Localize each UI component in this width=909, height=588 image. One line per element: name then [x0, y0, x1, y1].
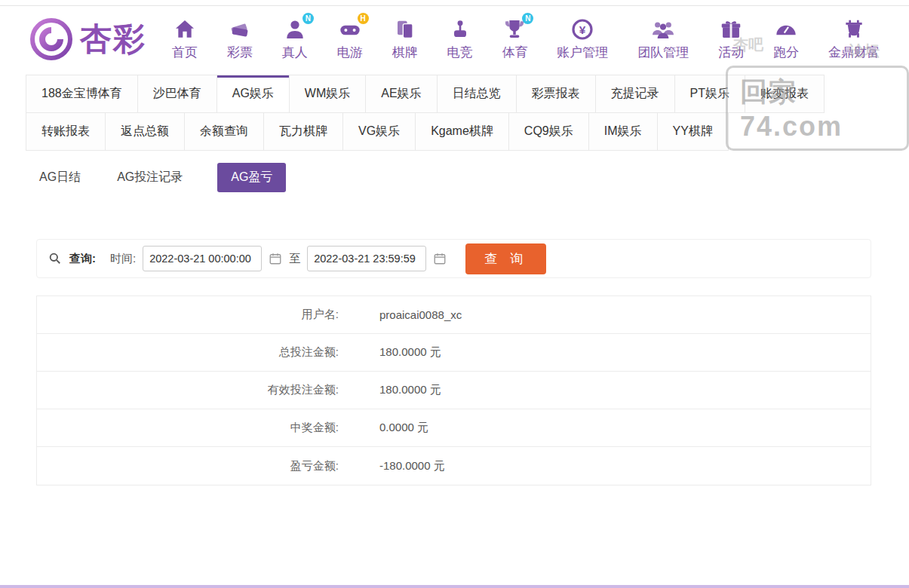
table-row: 用户名: proaicai0088_xc — [37, 296, 871, 334]
main-nav: 首页 彩票 N 真人 H 电游 棋牌 — [172, 17, 883, 61]
nav-label: 账户管理 — [557, 44, 608, 61]
tab-zhangbian[interactable]: 账变报表 — [745, 75, 825, 113]
tab-188jinbaobo[interactable]: 188金宝博体育 — [26, 75, 138, 113]
tab-wm[interactable]: WM娱乐 — [289, 75, 366, 113]
team-icon — [651, 17, 675, 41]
nav-item-home[interactable]: 首页 — [172, 17, 198, 61]
search-icon — [48, 251, 63, 266]
table-row: 总投注金额: 180.0000 元 — [37, 334, 871, 372]
table-row: 中奖金额: 0.0000 元 — [37, 409, 871, 447]
new-badge: N — [522, 13, 533, 24]
tab-ae[interactable]: AE娱乐 — [365, 75, 437, 113]
tripod-icon — [842, 17, 866, 41]
tab-yy[interactable]: YY棋牌 — [657, 112, 729, 151]
row-value: 180.0000 元 — [361, 383, 441, 397]
tab-shaba[interactable]: 沙巴体育 — [137, 75, 217, 113]
yuan-circle-icon: ¥ — [570, 17, 594, 41]
tab-caipiao[interactable]: 彩票报表 — [516, 75, 596, 113]
nav-label: 真人 — [282, 44, 308, 61]
row-label: 盈亏金额: — [37, 459, 361, 473]
query-bar: 查询: 时间: 至 查 询 — [36, 239, 871, 278]
tab-zhuanzhang[interactable]: 转账报表 — [26, 112, 106, 151]
row-value: proaicai0088_xc — [361, 308, 462, 321]
trophy-icon: N — [502, 17, 527, 41]
nav-label: 活动 — [718, 44, 744, 61]
svg-text:¥: ¥ — [579, 23, 586, 36]
row-label: 用户名: — [37, 308, 361, 322]
time-label: 时间: — [110, 252, 136, 266]
query-submit-button[interactable]: 查 询 — [465, 243, 546, 274]
calendar-icon[interactable] — [269, 252, 282, 265]
nav-item-activity[interactable]: 活动 — [718, 17, 744, 61]
calendar-icon[interactable] — [433, 252, 447, 265]
start-datetime-input[interactable] — [143, 246, 262, 271]
tab-pt[interactable]: PT娱乐 — [674, 75, 745, 113]
person-icon: N — [283, 17, 307, 41]
to-label: 至 — [289, 252, 300, 266]
brand-logo-icon — [29, 17, 74, 62]
tab-kgame[interactable]: Kgame棋牌 — [415, 112, 509, 151]
row-label: 中奖金额: — [37, 421, 361, 435]
nav-label: 彩票 — [227, 44, 253, 61]
new-badge: N — [302, 13, 314, 24]
row-label: 有效投注金额: — [37, 383, 361, 397]
tab-cq9[interactable]: CQ9娱乐 — [508, 112, 589, 151]
gift-icon — [719, 17, 743, 41]
footer-divider — [0, 585, 909, 588]
nav-item-account[interactable]: ¥ 账户管理 — [557, 17, 608, 61]
tab-vg[interactable]: VG娱乐 — [342, 112, 416, 151]
query-label: 查询: — [69, 252, 96, 266]
nav-label: 体育 — [502, 44, 527, 61]
nav-label: 电游 — [337, 44, 363, 61]
nav-item-live[interactable]: N 真人 — [282, 17, 308, 61]
tab-wali[interactable]: 瓦力棋牌 — [263, 112, 343, 151]
tab-fandian[interactable]: 返点总额 — [105, 112, 185, 151]
nav-label: 金鼎财富 — [828, 44, 880, 61]
subtab-ag-touzhu[interactable]: AG投注记录 — [115, 163, 184, 192]
subtab-ag-rijie[interactable]: AG日结 — [38, 163, 82, 192]
nav-item-team[interactable]: 团队管理 — [637, 17, 689, 61]
nav-item-esports[interactable]: 电竞 — [447, 17, 473, 61]
brand-logo[interactable]: 杏彩 — [29, 17, 146, 62]
nav-item-jinding[interactable]: 金鼎财富 — [828, 17, 880, 61]
row-value: 180.0000 元 — [361, 345, 441, 360]
home-icon — [173, 17, 197, 41]
row-label: 总投注金额: — [37, 345, 361, 360]
tab-rijie[interactable]: 日结总览 — [437, 75, 517, 113]
tab-ag[interactable]: AG娱乐 — [217, 75, 290, 113]
nav-label: 电竞 — [447, 44, 473, 61]
row-value: -180.0000 元 — [361, 459, 445, 473]
nav-label: 跑分 — [773, 44, 799, 61]
tab-im[interactable]: IM娱乐 — [588, 112, 658, 151]
nav-item-boardgames[interactable]: 棋牌 — [392, 17, 418, 61]
nav-item-lottery[interactable]: 彩票 — [227, 17, 253, 61]
hot-badge: H — [358, 13, 369, 24]
table-row: 盈亏金额: -180.0000 元 — [37, 447, 871, 485]
brand-title: 杏彩 — [80, 18, 146, 60]
gamepad-icon: H — [338, 17, 362, 41]
report-tabs: 188金宝博体育 沙巴体育 AG娱乐 WM娱乐 AE娱乐 日结总览 彩票报表 充… — [26, 75, 883, 151]
nav-item-sports[interactable]: N 体育 — [502, 17, 527, 61]
nav-label: 团队管理 — [637, 44, 689, 61]
subtab-ag-yingkui[interactable]: AG盈亏 — [217, 163, 286, 192]
joystick-icon — [448, 17, 472, 41]
ag-subtabs: AG日结 AG投注记录 AG盈亏 — [38, 163, 873, 192]
tab-chongti[interactable]: 充提记录 — [595, 75, 675, 113]
end-datetime-input[interactable] — [307, 246, 426, 271]
nav-label: 棋牌 — [392, 44, 418, 61]
row-value: 0.0000 元 — [361, 421, 428, 435]
tiles-icon — [393, 17, 417, 41]
tickets-icon — [228, 17, 252, 41]
tab-yue[interactable]: 余额查询 — [184, 112, 264, 151]
speedometer-icon — [774, 17, 798, 41]
nav-label: 首页 — [172, 44, 198, 61]
table-row: 有效投注金额: 180.0000 元 — [37, 372, 871, 409]
header: 杏彩 首页 彩票 N 真人 H 电游 — [0, 6, 909, 68]
ag-profit-report: 用户名: proaicai0088_xc 总投注金额: 180.0000 元 有… — [36, 296, 871, 485]
nav-item-egames[interactable]: H 电游 — [337, 17, 363, 61]
nav-item-paofen[interactable]: 跑分 — [773, 17, 799, 61]
